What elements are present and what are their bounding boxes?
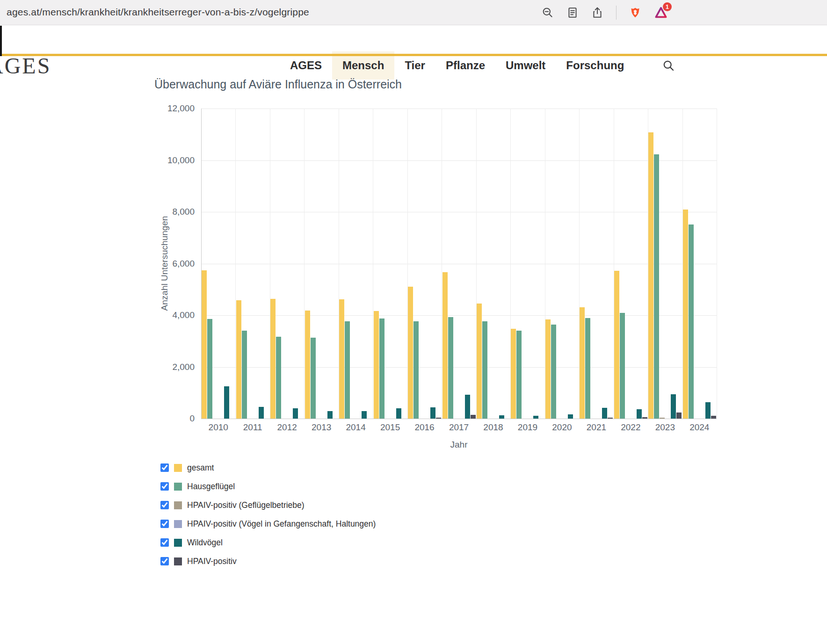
x-axis-tick-label: 2012 [270, 422, 304, 433]
extension-triangle-icon[interactable]: 1 [654, 6, 668, 20]
bar-HPAIV-positiv[interactable] [642, 417, 647, 419]
x-axis-tick-label: 2018 [476, 422, 510, 433]
legend-item[interactable]: gesamt [160, 462, 376, 473]
bar-gesamt[interactable] [202, 270, 207, 419]
bar-Hausgeflügel[interactable] [207, 319, 212, 419]
bar-gesamt[interactable] [545, 319, 551, 419]
bar-gesamt[interactable] [443, 272, 448, 419]
bar-gesamt[interactable] [305, 311, 310, 419]
notification-badge: 1 [663, 2, 672, 11]
bar-Hausgeflügel[interactable] [482, 321, 487, 419]
bar-Wildvögel[interactable] [671, 394, 676, 419]
bar-group-2019 [510, 109, 544, 419]
y-axis-tick-label: 4,000 [172, 310, 195, 320]
bar-group-2024 [682, 109, 717, 419]
legend-checkbox[interactable] [160, 482, 169, 491]
bar-gesamt[interactable] [374, 311, 379, 419]
bar-Hausgeflügel[interactable] [379, 318, 384, 419]
bar-Hausgeflügel[interactable] [620, 313, 625, 419]
bar-gesamt[interactable] [683, 210, 688, 419]
bar-Hausgeflügel[interactable] [654, 154, 659, 419]
bar-Hausgeflügel[interactable] [414, 321, 419, 419]
y-axis-tick-label: 6,000 [172, 259, 195, 269]
bar-Wildvögel[interactable] [568, 414, 573, 419]
bar-HPAIV-positiv (Geflügelbetriebe)[interactable] [660, 418, 665, 419]
chart-legend: gesamtHausgeflügelHPAIV-positiv (Geflüge… [160, 462, 376, 574]
bar-Wildvögel[interactable] [224, 386, 229, 419]
bar-Wildvögel[interactable] [637, 409, 642, 419]
bar-gesamt[interactable] [580, 307, 585, 419]
legend-item[interactable]: HPAIV-positiv (Geflügelbetriebe) [160, 499, 376, 511]
brave-shield-icon[interactable] [629, 7, 641, 19]
x-axis-tick-label: 2020 [545, 422, 579, 433]
legend-checkbox[interactable] [160, 520, 169, 528]
bar-gesamt[interactable] [408, 287, 413, 419]
bar-Wildvögel[interactable] [362, 411, 367, 419]
bar-HPAIV-positiv[interactable] [608, 418, 613, 419]
bar-gesamt[interactable] [339, 299, 344, 419]
bar-Wildvögel[interactable] [705, 402, 711, 419]
zoom-out-icon[interactable] [542, 7, 554, 19]
bar-group-2021 [579, 109, 613, 419]
bar-HPAIV-positiv[interactable] [471, 415, 476, 419]
legend-swatch [174, 483, 182, 491]
legend-item[interactable]: HPAIV-positiv (Vögel in Gefangenschaft, … [160, 518, 376, 529]
legend-swatch [174, 557, 182, 565]
bar-Wildvögel[interactable] [293, 408, 298, 419]
browser-toolbar-icons: 1 [542, 0, 668, 25]
bar-gesamt[interactable] [511, 329, 516, 419]
legend-checkbox[interactable] [160, 557, 169, 565]
bar-Wildvögel[interactable] [396, 408, 401, 419]
bar-group-2013 [304, 109, 338, 419]
bar-Hausgeflügel[interactable] [551, 325, 556, 419]
bar-Hausgeflügel[interactable] [448, 317, 453, 419]
bar-Wildvögel[interactable] [465, 395, 470, 419]
bar-group-2012 [270, 109, 304, 419]
legend-label: HPAIV-positiv (Geflügelbetriebe) [187, 500, 305, 510]
bar-Wildvögel[interactable] [499, 415, 504, 419]
bar-HPAIV-positiv[interactable] [676, 412, 682, 419]
bar-Hausgeflügel[interactable] [311, 338, 316, 419]
legend-checkbox[interactable] [160, 501, 169, 509]
bar-group-2010 [201, 109, 235, 419]
toolbar-divider [616, 6, 617, 20]
x-axis-tick-label: 2017 [442, 422, 476, 433]
bar-Hausgeflügel[interactable] [689, 224, 694, 419]
bar-Wildvögel[interactable] [602, 408, 607, 419]
bar-gesamt[interactable] [648, 132, 653, 419]
legend-item[interactable]: Hausgeflügel [160, 481, 376, 492]
reader-mode-icon[interactable] [566, 7, 579, 19]
browser-url-bar[interactable]: ages.at/mensch/krankheit/krankheitserreg… [0, 0, 827, 25]
bar-HPAIV-positiv[interactable] [436, 418, 441, 419]
bar-Hausgeflügel[interactable] [242, 331, 247, 419]
bar-Hausgeflügel[interactable] [516, 331, 522, 419]
legend-checkbox[interactable] [160, 538, 169, 547]
legend-item[interactable]: HPAIV-positiv [160, 556, 376, 567]
x-axis-tick-label: 2021 [579, 422, 613, 433]
bar-Wildvögel[interactable] [259, 407, 264, 419]
x-axis-tick-label: 2014 [339, 422, 373, 433]
legend-swatch [174, 464, 182, 472]
bar-gesamt[interactable] [477, 304, 482, 419]
bar-gesamt[interactable] [270, 299, 276, 419]
url-text[interactable]: ages.at/mensch/krankheit/krankheitserreg… [7, 7, 309, 18]
plot-area: 02,0004,0006,0008,00010,00012,000 [201, 109, 717, 419]
bar-Hausgeflügel[interactable] [585, 318, 590, 419]
bar-HPAIV-positiv[interactable] [711, 416, 716, 419]
y-axis-tick-label: 10,000 [167, 155, 195, 166]
bar-gesamt[interactable] [236, 300, 241, 419]
bar-Wildvögel[interactable] [533, 416, 538, 419]
x-axis-tick-label: 2023 [648, 422, 682, 433]
bar-group-2022 [614, 109, 648, 419]
bar-Wildvögel[interactable] [430, 407, 435, 419]
bar-Hausgeflügel[interactable] [276, 337, 281, 419]
legend-swatch [174, 539, 182, 547]
legend-label: HPAIV-positiv (Vögel in Gefangenschaft, … [187, 519, 376, 529]
legend-item[interactable]: Wildvögel [160, 537, 376, 548]
legend-label: gesamt [187, 463, 214, 473]
bar-Wildvögel[interactable] [327, 411, 333, 419]
share-icon[interactable] [591, 7, 603, 19]
bar-Hausgeflügel[interactable] [345, 321, 350, 419]
legend-checkbox[interactable] [160, 463, 169, 472]
bar-gesamt[interactable] [614, 271, 619, 419]
